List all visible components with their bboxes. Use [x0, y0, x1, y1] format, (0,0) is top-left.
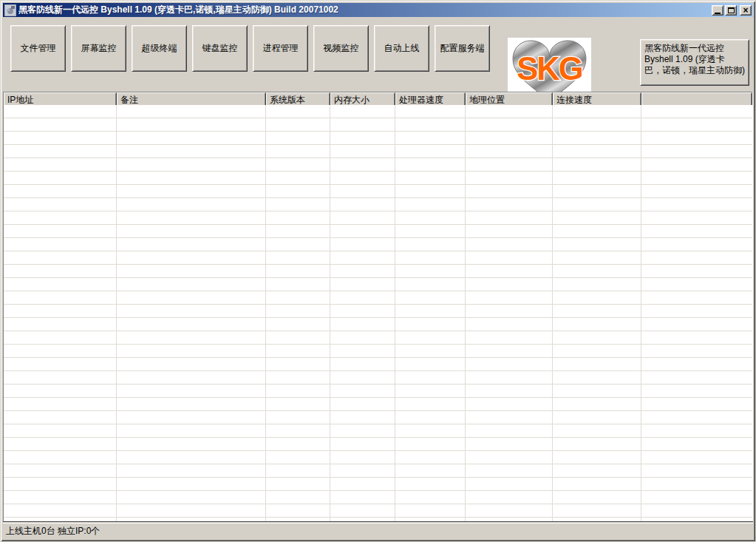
table-cell: [266, 411, 330, 424]
toolbar-button-7[interactable]: 自动上线: [374, 25, 429, 72]
table-cell: [330, 491, 395, 504]
toolbar-button-8[interactable]: 配置服务端: [435, 25, 490, 72]
table-cell: [641, 424, 752, 437]
table-row[interactable]: [4, 451, 752, 464]
table-cell: [553, 398, 641, 410]
maximize-button[interactable]: [725, 5, 737, 16]
table-cell: [4, 251, 117, 264]
column-header-empty[interactable]: [641, 92, 752, 105]
table-cell: [395, 371, 466, 384]
toolbar-button-1[interactable]: 文件管理: [10, 25, 66, 72]
table-cell: [4, 478, 117, 490]
column-header-系统版本[interactable]: 系统版本: [266, 92, 330, 105]
table-cell: [330, 158, 395, 171]
table-cell: [553, 478, 641, 490]
table-row[interactable]: [4, 185, 752, 198]
table-cell: [266, 504, 330, 517]
table-cell: [117, 305, 266, 317]
table-cell: [330, 478, 395, 490]
table-cell: [4, 291, 117, 304]
table-cell: [266, 438, 330, 450]
table-row[interactable]: [4, 305, 752, 318]
table-row[interactable]: [4, 385, 752, 398]
table-cell: [330, 385, 395, 397]
table-cell: [4, 358, 117, 370]
column-header-处理器速度[interactable]: 处理器速度: [395, 92, 466, 105]
toolbar-button-3[interactable]: 超级终端: [132, 25, 187, 72]
table-row[interactable]: [4, 291, 752, 305]
table-cell: [641, 265, 752, 277]
table-cell: [395, 318, 466, 331]
table-row[interactable]: [4, 225, 752, 238]
table-row[interactable]: [4, 132, 752, 145]
table-cell: [553, 291, 641, 304]
toolbar-button-2[interactable]: 屏幕监控: [71, 25, 126, 72]
table-row[interactable]: [4, 318, 752, 331]
table-row[interactable]: [4, 504, 752, 518]
table-cell: [466, 305, 553, 317]
table-row[interactable]: [4, 118, 752, 132]
table-cell: [4, 424, 117, 437]
table-cell: [266, 291, 330, 304]
column-header-内存大小[interactable]: 内存大小: [330, 92, 395, 105]
table-cell: [466, 331, 553, 344]
table-row[interactable]: [4, 158, 752, 172]
table-cell: [553, 491, 641, 504]
column-header-备注[interactable]: 备注: [117, 92, 266, 105]
table-row[interactable]: [4, 172, 752, 185]
table-row[interactable]: [4, 105, 752, 118]
table-row[interactable]: [4, 478, 752, 491]
table-row[interactable]: [4, 438, 752, 451]
table-row[interactable]: [4, 424, 752, 438]
table-row[interactable]: [4, 211, 752, 225]
table-cell: [553, 251, 641, 264]
toolbar-button-5[interactable]: 进程管理: [253, 25, 308, 72]
table-cell: [4, 491, 117, 504]
table-row[interactable]: [4, 238, 752, 251]
titlebar[interactable]: 黑客防线新一代远控 Byshell 1.09 (穿透卡巴,诺顿,瑞星主动防御) …: [3, 3, 753, 17]
minimize-button[interactable]: [712, 5, 723, 16]
table-row[interactable]: [4, 265, 752, 278]
column-header-IP地址[interactable]: IP地址: [4, 92, 117, 105]
table-cell: [553, 305, 641, 317]
column-header-地理位置[interactable]: 地理位置: [466, 92, 553, 105]
table-row[interactable]: [4, 278, 752, 291]
table-cell: [641, 291, 752, 304]
toolbar-button-6[interactable]: 视频监控: [313, 25, 369, 72]
table-cell: [466, 318, 553, 331]
table-cell: [553, 238, 641, 251]
column-header-连接速度[interactable]: 连接速度: [553, 92, 641, 105]
table-row[interactable]: [4, 358, 752, 371]
table-row[interactable]: [4, 464, 752, 478]
table-cell: [641, 225, 752, 237]
table-cell: [553, 371, 641, 384]
status-text: 上线主机0台 独立IP:0个: [6, 525, 100, 538]
close-button[interactable]: ×: [740, 5, 752, 16]
table-row[interactable]: [4, 345, 752, 358]
table-cell: [641, 504, 752, 517]
table-row[interactable]: [4, 371, 752, 385]
table-row[interactable]: [4, 145, 752, 158]
info-box-line: 黑客防线新一代远控: [644, 43, 745, 54]
table-row[interactable]: [4, 411, 752, 424]
close-icon: ×: [743, 7, 748, 14]
table-cell: [117, 491, 266, 504]
table-row[interactable]: [4, 331, 752, 345]
app-icon[interactable]: [4, 4, 16, 16]
table-cell: [117, 345, 266, 357]
table-cell: [395, 211, 466, 224]
table-cell: [466, 491, 553, 504]
table-row[interactable]: [4, 398, 752, 411]
table-cell: [117, 185, 266, 197]
table-row[interactable]: [4, 198, 752, 211]
table-cell: [553, 172, 641, 184]
table-row[interactable]: [4, 251, 752, 265]
host-list[interactable]: IP地址备注系统版本内存大小处理器速度地理位置连接速度: [3, 92, 753, 523]
table-cell: [466, 132, 553, 144]
table-cell: [117, 225, 266, 237]
table-cell: [4, 145, 117, 157]
table-cell: [466, 158, 553, 171]
table-row[interactable]: [4, 491, 752, 504]
toolbar-button-4[interactable]: 键盘监控: [192, 25, 248, 72]
table-header: IP地址备注系统版本内存大小处理器速度地理位置连接速度: [4, 92, 752, 105]
